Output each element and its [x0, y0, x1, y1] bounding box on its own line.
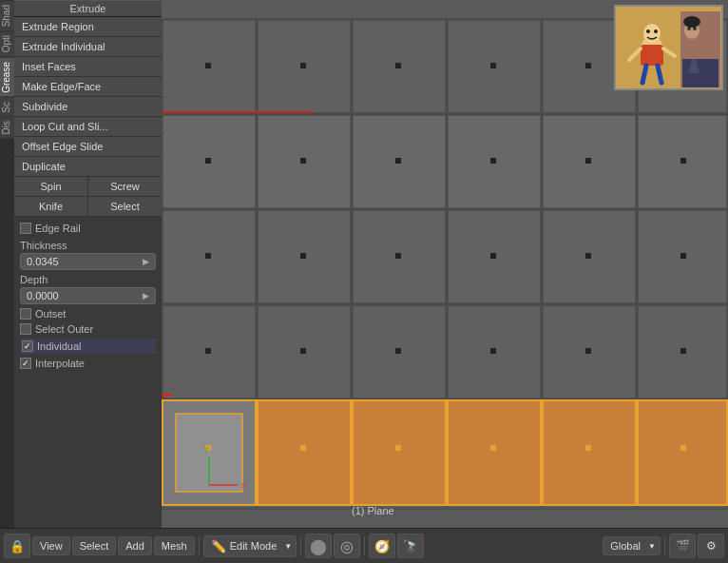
extrude-section-header[interactable]: Extrude: [14, 0, 162, 17]
interpolate-checkbox[interactable]: ✓: [20, 358, 31, 369]
knife-button[interactable]: Knife: [14, 197, 88, 217]
sidebar-tab-opti[interactable]: Opti: [0, 30, 14, 56]
svg-rect-56: [680, 158, 686, 164]
mesh-button[interactable]: Mesh: [154, 536, 195, 555]
svg-rect-73: [585, 445, 591, 451]
select-outer-checkbox[interactable]: [20, 323, 31, 335]
sphere-icon-1: ⬤: [310, 537, 327, 555]
svg-point-82: [643, 24, 661, 43]
subdivide-button[interactable]: Subdivide: [14, 97, 162, 117]
select-button[interactable]: Select: [88, 197, 162, 217]
view-3d-icon: 🔭: [403, 539, 418, 553]
svg-rect-44: [638, 400, 727, 505]
svg-rect-52: [300, 158, 306, 164]
svg-rect-68: [680, 348, 686, 354]
svg-rect-62: [680, 253, 686, 259]
outset-checkbox[interactable]: [20, 308, 31, 320]
view-button[interactable]: View: [32, 536, 70, 555]
settings-icon-button[interactable]: ⚙: [698, 534, 724, 558]
view-icon-button[interactable]: 🔭: [397, 534, 424, 558]
svg-rect-64: [300, 348, 306, 354]
svg-rect-53: [395, 158, 401, 164]
render-icon-button[interactable]: 🎬: [669, 534, 696, 558]
global-label: Global: [610, 540, 641, 552]
svg-rect-67: [585, 348, 591, 354]
svg-rect-61: [585, 253, 591, 259]
bottom-toolbar: 🔒 View Select Add Mesh ✏️ Edit Mode ⬤ ◎ …: [0, 528, 728, 563]
svg-point-94: [683, 16, 700, 28]
svg-rect-95: [682, 59, 718, 87]
outset-row[interactable]: Outset: [20, 308, 156, 320]
separator-2: [300, 536, 301, 555]
svg-rect-85: [641, 45, 663, 66]
svg-rect-48: [490, 63, 496, 68]
svg-rect-72: [490, 445, 496, 451]
edge-rail-checkbox[interactable]: [20, 223, 31, 234]
svg-rect-47: [395, 63, 401, 68]
separator-4: [664, 536, 665, 555]
nav-icon-button[interactable]: 🧭: [369, 534, 395, 558]
global-selector[interactable]: Global: [603, 536, 661, 555]
select-button[interactable]: Select: [72, 536, 117, 555]
inset-faces-button[interactable]: Inset Faces: [14, 57, 162, 77]
camera-image: [616, 7, 721, 88]
duplicate-button[interactable]: Duplicate: [14, 157, 162, 177]
edge-rail-row: Edge Rail: [20, 223, 156, 234]
svg-rect-40: [258, 400, 351, 505]
sphere-button-2[interactable]: ◎: [334, 534, 360, 558]
individual-label: Individual: [37, 340, 81, 352]
extrude-region-button[interactable]: Extrude Region: [14, 17, 162, 37]
svg-text:y: y: [204, 443, 209, 454]
make-edge-face-button[interactable]: Make Edge/Face: [14, 77, 162, 97]
svg-rect-41: [353, 400, 446, 505]
svg-rect-59: [395, 253, 401, 259]
svg-rect-55: [585, 158, 591, 164]
spin-button[interactable]: Spin: [14, 177, 88, 197]
separator-3: [364, 536, 365, 555]
depth-field[interactable]: 0.0000 ▶: [20, 287, 156, 304]
sidebar-tab-shad[interactable]: Shad: [0, 0, 14, 30]
lock-icon: 🔒: [10, 539, 25, 553]
individual-row[interactable]: ✓ Individual: [20, 339, 156, 354]
interpolate-row[interactable]: ✓ Interpolate: [20, 358, 156, 369]
interpolate-label: Interpolate: [35, 358, 85, 369]
properties-panel: Edge Rail Thickness 0.0345 ▶ Depth 0.000…: [14, 217, 162, 379]
sidebar-tab-dis[interactable]: Dis: [0, 116, 14, 138]
menu-panel: Extrude Extrude Region Extrude Individua…: [14, 0, 162, 528]
extrude-individual-button[interactable]: Extrude Individual: [14, 37, 162, 57]
add-button[interactable]: Add: [118, 536, 152, 555]
depth-value: 0.0000: [27, 290, 59, 301]
svg-rect-63: [205, 348, 211, 354]
main-viewport[interactable]: y x: [162, 0, 728, 528]
svg-rect-71: [395, 445, 401, 451]
depth-arrow: ▶: [143, 291, 149, 301]
sidebar-tab-grease[interactable]: Grease: [0, 57, 14, 97]
thickness-arrow: ▶: [143, 257, 149, 266]
edge-rail-label: Edge Rail: [35, 223, 81, 234]
svg-rect-57: [205, 253, 211, 259]
lock-icon-button[interactable]: 🔒: [4, 534, 30, 558]
svg-rect-42: [448, 400, 541, 505]
left-sidebar: Shad Opti Grease Sc Dis Extrude Extrude …: [0, 0, 162, 528]
loop-cut-slide-button[interactable]: Loop Cut and Sli...: [14, 117, 162, 137]
sidebar-tab-sc[interactable]: Sc: [0, 97, 14, 117]
depth-label: Depth: [20, 274, 156, 285]
svg-point-84: [654, 29, 658, 33]
screw-button[interactable]: Screw: [88, 177, 162, 197]
outset-label: Outset: [35, 308, 66, 320]
thickness-label: Thickness: [20, 240, 156, 251]
thickness-field[interactable]: 0.0345 ▶: [20, 253, 156, 270]
separator-1: [199, 536, 200, 555]
select-outer-row[interactable]: Select Outer: [20, 323, 156, 335]
individual-checkbox[interactable]: ✓: [22, 340, 33, 352]
svg-rect-70: [300, 445, 306, 451]
svg-rect-51: [205, 158, 211, 164]
side-tabs: Shad Opti Grease Sc Dis: [0, 0, 14, 528]
svg-rect-74: [680, 445, 686, 451]
svg-rect-58: [300, 253, 306, 259]
camera-overlay: [614, 5, 723, 90]
sphere-button-1[interactable]: ⬤: [305, 534, 332, 558]
edit-mode-selector[interactable]: ✏️ Edit Mode: [203, 535, 297, 557]
svg-rect-45: [205, 63, 211, 68]
offset-edge-slide-button[interactable]: Offset Edge Slide: [14, 137, 162, 157]
